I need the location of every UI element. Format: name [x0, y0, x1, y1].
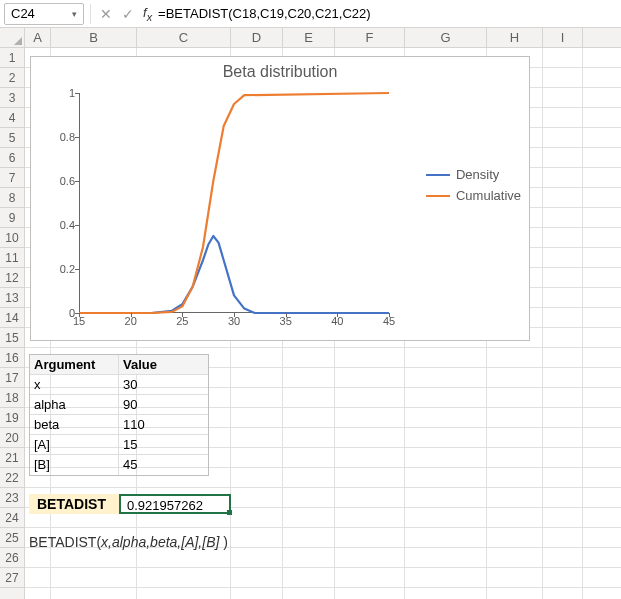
active-cell[interactable]: 0.921957262: [119, 494, 231, 514]
table-row: beta110: [30, 415, 208, 435]
table-row: alpha90: [30, 395, 208, 415]
formula-bar-input[interactable]: =BETADIST(C18,C19,C20,C21,C22): [158, 6, 617, 21]
table-cell[interactable]: 30: [119, 375, 208, 395]
col-header-D[interactable]: D: [231, 28, 283, 47]
row-header-16[interactable]: 16: [0, 348, 24, 368]
argument-table: Argument Value x30alpha90beta110[A]15[B]…: [29, 354, 209, 476]
series-density: [79, 236, 389, 313]
table-cell[interactable]: alpha: [30, 395, 119, 415]
chevron-down-icon: ▾: [72, 9, 77, 19]
col-header-I[interactable]: I: [543, 28, 583, 47]
table-cell[interactable]: 110: [119, 415, 208, 435]
col-header-F[interactable]: F: [335, 28, 405, 47]
row-header-19[interactable]: 19: [0, 408, 24, 428]
name-box[interactable]: C24 ▾: [4, 3, 84, 25]
table-row: x30: [30, 375, 208, 395]
row-header-8[interactable]: 8: [0, 188, 24, 208]
syntax-text: BETADIST(x,alpha,beta,[A],[B] ): [29, 534, 228, 550]
row-header-10[interactable]: 10: [0, 228, 24, 248]
chart[interactable]: Beta distribution 00.20.40.60.8115202530…: [30, 56, 530, 341]
row-headers[interactable]: 1234567891011121314151617181920212223242…: [0, 48, 25, 599]
check-icon[interactable]: ✓: [119, 5, 137, 23]
row-header-14[interactable]: 14: [0, 308, 24, 328]
col-header-G[interactable]: G: [405, 28, 487, 47]
fx-icon[interactable]: fx: [141, 5, 154, 23]
cancel-icon[interactable]: ✕: [97, 5, 115, 23]
row-header-9[interactable]: 9: [0, 208, 24, 228]
row-header-25[interactable]: 25: [0, 528, 24, 548]
table-cell[interactable]: 90: [119, 395, 208, 415]
row-header-23[interactable]: 23: [0, 488, 24, 508]
row-header-27[interactable]: 27: [0, 568, 24, 588]
table-cell[interactable]: [A]: [30, 435, 119, 455]
chart-lines: [79, 93, 389, 313]
series-cumulative: [79, 93, 389, 313]
table-cell[interactable]: 15: [119, 435, 208, 455]
row-header-24[interactable]: 24: [0, 508, 24, 528]
legend-label: Cumulative: [456, 188, 521, 203]
legend-label: Density: [456, 167, 499, 182]
table-cell[interactable]: beta: [30, 415, 119, 435]
result-value: 0.921957262: [127, 498, 203, 513]
table-header-row: Argument Value: [30, 355, 208, 375]
col-header-C[interactable]: C: [137, 28, 231, 47]
row-header-11[interactable]: 11: [0, 248, 24, 268]
legend-swatch-density: [426, 174, 450, 176]
row-header-3[interactable]: 3: [0, 88, 24, 108]
row-header-17[interactable]: 17: [0, 368, 24, 388]
col-header-B[interactable]: B: [51, 28, 137, 47]
table-row: [A]15: [30, 435, 208, 455]
row-header-2[interactable]: 2: [0, 68, 24, 88]
legend-item: Cumulative: [426, 188, 521, 203]
name-box-value: C24: [11, 6, 35, 21]
syntax-fn: BETADIST(: [29, 534, 101, 550]
row-header-18[interactable]: 18: [0, 388, 24, 408]
table-header: Value: [119, 355, 208, 375]
legend-swatch-cumulative: [426, 195, 450, 197]
row-header-1[interactable]: 1: [0, 48, 24, 68]
fill-handle[interactable]: [227, 510, 232, 515]
select-all-corner[interactable]: [0, 28, 25, 48]
row-header-15[interactable]: 15: [0, 328, 24, 348]
row-header-21[interactable]: 21: [0, 448, 24, 468]
row-header-12[interactable]: 12: [0, 268, 24, 288]
row-header-6[interactable]: 6: [0, 148, 24, 168]
table-cell[interactable]: x: [30, 375, 119, 395]
row-header-5[interactable]: 5: [0, 128, 24, 148]
column-headers[interactable]: ABCDEFGHI: [25, 28, 621, 48]
row-header-22[interactable]: 22: [0, 468, 24, 488]
plot-area: 00.20.40.60.8115202530354045: [79, 93, 389, 313]
col-header-A[interactable]: A: [25, 28, 51, 47]
row-header-7[interactable]: 7: [0, 168, 24, 188]
col-header-H[interactable]: H: [487, 28, 543, 47]
chart-title: Beta distribution: [31, 57, 529, 81]
separator: [90, 4, 91, 24]
legend-item: Density: [426, 167, 521, 182]
row-header-13[interactable]: 13: [0, 288, 24, 308]
table-cell[interactable]: [B]: [30, 455, 119, 475]
table-cell[interactable]: 45: [119, 455, 208, 475]
table-header: Argument: [30, 355, 119, 375]
col-header-E[interactable]: E: [283, 28, 335, 47]
row-header-20[interactable]: 20: [0, 428, 24, 448]
row-header-26[interactable]: 26: [0, 548, 24, 568]
legend: Density Cumulative: [426, 167, 521, 209]
table-row: [B]45: [30, 455, 208, 475]
result-label-cell[interactable]: BETADIST: [29, 494, 119, 514]
syntax-tail: ): [223, 534, 228, 550]
row-header-4[interactable]: 4: [0, 108, 24, 128]
syntax-args: x,alpha,beta,[A],[B]: [101, 534, 223, 550]
